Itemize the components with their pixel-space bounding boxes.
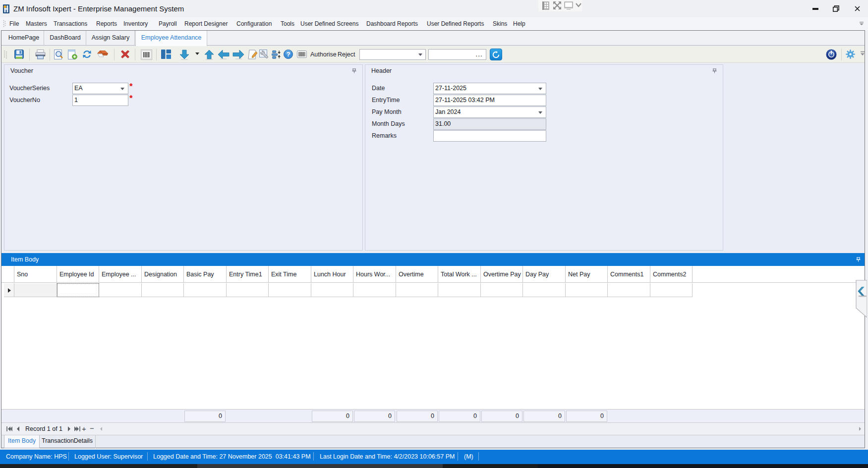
svg-text:?: ?: [287, 51, 290, 58]
